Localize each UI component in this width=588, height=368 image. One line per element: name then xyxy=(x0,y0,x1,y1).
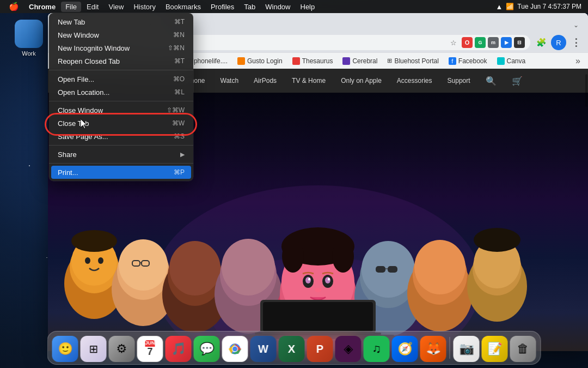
menubar-chrome[interactable]: Chrome xyxy=(24,2,60,12)
menubar-edit[interactable]: Edit xyxy=(82,2,103,12)
menu-close-window[interactable]: Close Window ⇧⌘W xyxy=(49,104,193,117)
menubar-left: 🍎 Chrome File Edit View History Bookmark… xyxy=(0,1,319,13)
nav-airpods[interactable]: AirPods xyxy=(246,69,284,93)
tab-bar-expand[interactable]: ⌄ xyxy=(568,17,584,33)
bookmark-gusto-label: Gusto Login xyxy=(247,57,283,65)
menu-new-window[interactable]: New Window ⌘N xyxy=(49,28,193,41)
menu-new-tab-label: New Tab xyxy=(58,18,170,26)
dock-photos[interactable]: 📷 xyxy=(454,336,480,362)
nav-accessories[interactable]: Accessories xyxy=(389,69,440,93)
chrome-cast-icon[interactable]: ▶ xyxy=(501,37,512,48)
chrome-extensions-button[interactable]: 🧩 xyxy=(534,35,549,50)
menu-share-label: Share xyxy=(58,150,176,159)
dock-finder[interactable]: 🙂 xyxy=(52,336,78,362)
menu-print-label: Print... xyxy=(58,168,169,177)
scrollbar-thumb[interactable] xyxy=(585,74,587,107)
menubar-bookmarks[interactable]: Bookmarks xyxy=(161,2,205,12)
menu-reopen-tab[interactable]: Reopen Closed Tab ⌘T xyxy=(49,55,193,68)
menu-new-incognito-shortcut: ⇧⌘N xyxy=(168,44,185,52)
menu-open-file-shortcut: ⌘O xyxy=(173,75,185,83)
menubar-tab[interactable]: Tab xyxy=(240,2,260,12)
bookmarks-more-button[interactable]: » xyxy=(572,55,584,68)
grammarly-ext-icon[interactable]: G xyxy=(475,37,486,48)
address-icons: ☆ O G m ▶ ⊟ xyxy=(448,37,525,49)
menu-sep-2 xyxy=(49,101,193,101)
dock-excel[interactable]: X xyxy=(279,336,305,362)
dock-notes[interactable]: 📝 xyxy=(482,336,508,362)
menu-reopen-tab-shortcut: ⌘T xyxy=(174,57,185,65)
menu-close-window-label: Close Window xyxy=(58,106,162,114)
bookmark-canva[interactable]: Canva xyxy=(493,56,530,67)
svg-point-30 xyxy=(308,278,310,281)
ext-icon-3[interactable]: m xyxy=(488,37,499,48)
dock-trash[interactable]: 🗑 xyxy=(510,336,536,362)
menu-new-tab-shortcut: ⌘T xyxy=(174,18,185,26)
dock-firefox[interactable]: 🦊 xyxy=(420,336,446,362)
nav-support[interactable]: Support xyxy=(440,69,478,93)
tab-manager-icon[interactable]: ⊟ xyxy=(514,37,525,48)
nav-tv-home[interactable]: TV & Home xyxy=(284,69,333,93)
dock-spotify[interactable]: ♫ xyxy=(364,336,390,362)
menu-save-page-label: Save Page As... xyxy=(58,132,169,141)
menu-new-tab[interactable]: New Tab ⌘T xyxy=(49,15,193,28)
menubar-help[interactable]: Help xyxy=(296,2,320,12)
menu-save-page-shortcut: ⌘S xyxy=(174,132,185,140)
bookmark-facebook[interactable]: f Facebook xyxy=(444,56,492,67)
nav-watch[interactable]: Watch xyxy=(213,69,247,93)
menu-open-file[interactable]: Open File... ⌘O xyxy=(49,73,193,86)
menu-share-arrow: ▶ xyxy=(180,151,185,158)
menu-open-location[interactable]: Open Location... ⌘L xyxy=(49,86,193,99)
dock-powerpoint[interactable]: P xyxy=(307,336,333,362)
menu-close-window-shortcut: ⇧⌘W xyxy=(167,106,185,114)
dock-messages[interactable]: 💬 xyxy=(194,336,220,362)
tab-bar-right: ⌄ xyxy=(568,17,588,33)
bookmark-bluehost[interactable]: ⊞ Bluehost Portal xyxy=(383,56,443,67)
menu-print[interactable]: Print... ⌘P xyxy=(51,166,191,179)
bookmark-facebook-label: Facebook xyxy=(458,57,487,65)
nav-bag-button[interactable]: 🛒 xyxy=(504,69,530,93)
menubar-icon-dropbox[interactable]: ▲ xyxy=(495,3,503,11)
dock-music[interactable]: 🎵 xyxy=(166,336,192,362)
svg-rect-36 xyxy=(376,266,385,273)
svg-rect-37 xyxy=(388,266,397,273)
desktop-icon-work[interactable]: Work xyxy=(10,20,48,57)
dock-chrome[interactable] xyxy=(222,336,248,362)
dock-safari[interactable]: 🧭 xyxy=(392,336,418,362)
menu-new-incognito[interactable]: New Incognito Window ⇧⌘N xyxy=(49,41,193,55)
svg-point-16 xyxy=(169,241,220,295)
dock-system-preferences[interactable]: ⚙ xyxy=(109,336,135,362)
menu-share[interactable]: Share ▶ xyxy=(49,148,193,161)
menu-close-tab-label: Close Tab xyxy=(58,119,168,128)
more-options-button[interactable]: ⋮ xyxy=(568,35,584,50)
menubar-view[interactable]: View xyxy=(104,2,128,12)
menubar-profiles[interactable]: Profiles xyxy=(206,2,238,12)
svg-point-28 xyxy=(305,277,311,283)
menubar-window[interactable]: Window xyxy=(261,2,295,12)
svg-point-6 xyxy=(85,257,90,264)
opera-ext-icon[interactable]: O xyxy=(462,37,473,48)
dock-word[interactable]: W xyxy=(250,336,277,362)
profile-button[interactable]: R xyxy=(551,35,566,50)
menubar-icon-wifi[interactable]: 📶 xyxy=(506,3,514,10)
menu-print-shortcut: ⌘P xyxy=(174,168,185,176)
menu-save-page[interactable]: Save Page As... ⌘S xyxy=(49,130,193,143)
bookmark-thesaurus-favicon xyxy=(292,57,300,65)
menubar-history[interactable]: History xyxy=(129,2,160,12)
browser-action-icons: 🧩 R ⋮ xyxy=(534,35,584,50)
bookmark-thesaurus[interactable]: Thesaurus xyxy=(288,56,338,67)
dock-slack[interactable]: ◈ xyxy=(335,336,362,362)
file-menu-dropdown: New Tab ⌘T New Window ⌘N New Incognito W… xyxy=(49,13,193,181)
desktop-icon-label: Work xyxy=(22,50,35,57)
bookmark-gusto[interactable]: Gusto Login xyxy=(233,56,287,67)
browser-scrollbar[interactable] xyxy=(585,69,588,351)
nav-only-on-apple[interactable]: Only on Apple xyxy=(333,69,389,93)
bookmark-cerebral[interactable]: Cerebral xyxy=(338,56,382,67)
dock-launchpad[interactable]: ⊞ xyxy=(81,336,107,362)
dock-calendar[interactable]: JUN7 xyxy=(137,336,163,362)
apple-menu[interactable]: 🍎 xyxy=(4,1,23,13)
menubar-file[interactable]: File xyxy=(61,2,81,12)
menu-open-location-shortcut: ⌘L xyxy=(174,88,185,96)
nav-search-button[interactable]: 🔍 xyxy=(478,69,504,93)
bookmark-star-button[interactable]: ☆ xyxy=(448,37,460,49)
menu-close-tab[interactable]: Close Tab ⌘W xyxy=(49,117,193,130)
